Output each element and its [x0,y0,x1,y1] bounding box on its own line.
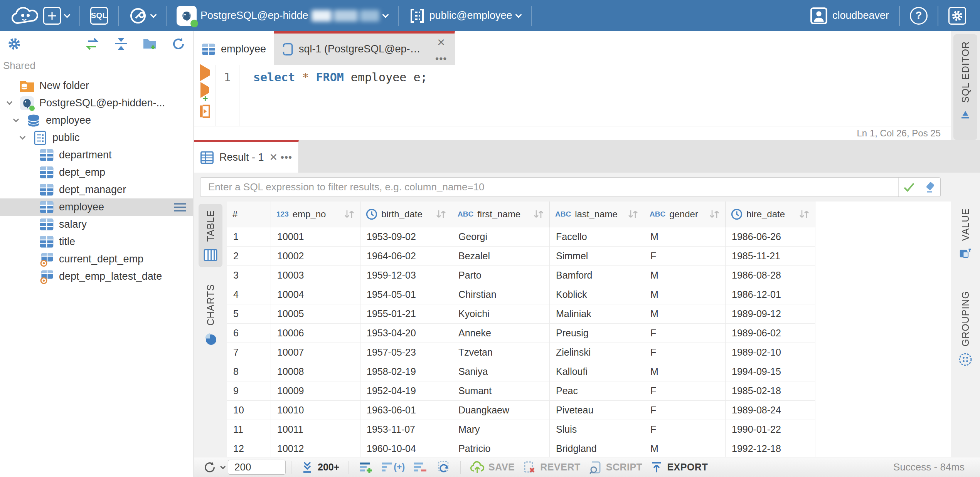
data-cell[interactable]: 10010 [271,401,360,420]
data-cell[interactable]: 10007 [271,343,360,362]
data-cell[interactable]: Chirstian [452,285,550,304]
data-cell[interactable]: 1985-11-21 [726,247,815,266]
data-cell[interactable]: M [644,304,726,324]
data-cell[interactable]: Tzvetan [452,343,550,362]
chevron-expanded-icon[interactable] [17,133,28,143]
tab-value-panel[interactable]: VALUE [953,201,977,265]
data-cell[interactable]: 10002 [271,247,360,266]
data-cell[interactable]: 1953-04-20 [360,324,452,343]
data-cell[interactable]: Mary [452,420,550,439]
tab-employee[interactable]: employee [194,31,274,65]
revert-button[interactable]: REVERT [519,457,584,477]
collapse-all-button[interactable] [114,37,128,50]
data-cell[interactable]: Kyoichi [452,304,550,324]
data-cell[interactable]: M [644,266,726,285]
data-cell[interactable]: 1986-12-01 [726,285,815,304]
data-cell[interactable]: M [644,227,726,247]
new-connection-button[interactable] [39,0,74,31]
data-cell[interactable]: 10005 [271,304,360,324]
sort-icon[interactable] [798,209,810,220]
export-button[interactable]: EXPORT [646,457,712,477]
row-limit-input[interactable] [228,460,286,475]
data-cell[interactable]: 1953-11-07 [360,420,452,439]
data-cell[interactable]: Bridgland [550,439,644,457]
tab-charts-view[interactable]: CHARTS [199,277,222,351]
data-cell[interactable]: 1960-10-04 [360,439,452,457]
tab-result-1[interactable]: Result - 1 ✕ ••• [194,140,299,173]
chevron-expanded-icon[interactable] [10,115,21,126]
data-cell[interactable]: Bamford [550,266,644,285]
data-cell[interactable]: Preusig [550,324,644,343]
refresh-tree-button[interactable] [172,37,185,51]
tree-item-title[interactable]: title [0,233,193,250]
schema-selector[interactable]: public@employee [404,0,525,31]
tree-item-dept-emp-latest-date[interactable]: dept_emp_latest_date [0,268,193,285]
sort-icon[interactable] [627,209,638,220]
data-cell[interactable]: 10001 [271,227,360,247]
data-cell[interactable]: Kalloufi [550,362,644,381]
data-cell[interactable]: 1989-08-24 [726,401,815,420]
tree-item-public[interactable]: public [0,129,193,146]
filter-input[interactable] [200,181,898,193]
data-cell[interactable]: 1957-05-23 [360,343,452,362]
data-cell[interactable]: F [644,420,726,439]
data-cell[interactable]: Patricio [452,439,550,457]
tree-item-department[interactable]: department [0,146,193,164]
grid-header-emp_no[interactable]: 123emp_no [271,202,360,227]
script-button[interactable]: SCRIPT [584,457,647,477]
data-cell[interactable]: M [644,285,726,304]
data-cell[interactable]: 10012 [271,439,360,457]
data-cell[interactable]: 10003 [271,266,360,285]
data-cell[interactable]: F [644,247,726,266]
clear-filter-button[interactable] [919,178,940,197]
data-cell[interactable]: Duangkaew [452,401,550,420]
tree-item-employee[interactable]: employee [0,198,193,216]
data-cell[interactable]: 1963-06-01 [360,401,452,420]
data-cell[interactable]: 1989-02-10 [726,343,815,362]
sql-editor-button[interactable]: SQL [86,0,113,31]
new-folder-button[interactable] [142,37,158,51]
connection-selector[interactable]: PostgreSQL@ep-hidde [172,0,392,31]
sort-icon[interactable] [708,209,720,220]
tab-grouping-panel[interactable]: GROUPING [953,284,977,372]
grid-header-first_name[interactable]: ABCfirst_name [452,202,550,227]
tab-sql-editor-tools[interactable]: SQL EDITOR [953,34,977,140]
data-cell[interactable]: 1955-01-21 [360,304,452,324]
row-menu-icon[interactable] [173,202,187,212]
tab-table-view[interactable]: TABLE [199,204,222,267]
data-cell[interactable]: M [644,362,726,381]
duplicate-row-button[interactable]: (+) [377,457,409,477]
data-cell[interactable]: Bezalel [452,247,550,266]
sort-icon[interactable] [343,209,355,220]
data-cell[interactable]: Saniya [452,362,550,381]
data-cell[interactable]: F [644,401,726,420]
data-cell[interactable]: 1989-09-12 [726,304,815,324]
data-cell[interactable]: 1990-01-22 [726,420,815,439]
data-cell[interactable]: 10008 [271,362,360,381]
tab-menu-icon[interactable]: ••• [435,56,447,61]
data-cell[interactable]: Anneke [452,324,550,343]
data-cell[interactable]: M [644,439,726,457]
close-icon[interactable]: ✕ [437,37,445,47]
execute-new-tab-button[interactable]: + [200,87,209,93]
data-cell[interactable]: 10004 [271,285,360,304]
data-cell[interactable]: 1954-05-01 [360,285,452,304]
data-cell[interactable]: 1959-12-03 [360,266,452,285]
fetch-more-button[interactable]: 200+ [297,457,343,477]
data-cell[interactable]: Parto [452,266,550,285]
data-cell[interactable]: Sumant [452,381,550,401]
data-cell[interactable]: Facello [550,227,644,247]
settings-button[interactable] [944,0,971,31]
data-cell[interactable]: 10011 [271,420,360,439]
tab-menu-icon[interactable]: ••• [281,151,292,163]
sort-icon[interactable] [532,209,544,220]
tree-item-current-dept-emp[interactable]: current_dept_emp [0,250,193,268]
execution-plan-button[interactable] [199,104,211,118]
grid-header-gender[interactable]: ABCgender [644,202,726,227]
data-cell[interactable]: F [644,343,726,362]
grid-header-hire_date[interactable]: hire_date [726,202,815,227]
data-cell[interactable]: 1992-12-18 [726,439,815,457]
data-cell[interactable]: 1986-08-28 [726,266,815,285]
chevron-expanded-icon[interactable] [4,98,15,109]
user-menu-button[interactable]: cloudbeaver [805,0,894,31]
